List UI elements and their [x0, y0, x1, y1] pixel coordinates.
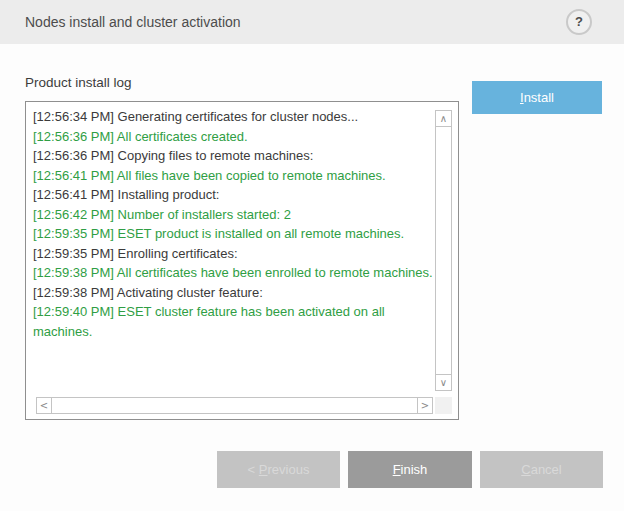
log-entry: [12:59:38 PM] All certificates have been… — [33, 263, 433, 283]
scroll-right-button[interactable]: > — [417, 397, 433, 414]
chevron-right-icon: > — [421, 400, 429, 411]
install-button[interactable]: Install — [472, 81, 602, 114]
chevron-down-icon: ∨ — [440, 377, 447, 388]
finish-button-rest: inish — [401, 462, 428, 477]
log-entry: [12:56:34 PM] Generating certificates fo… — [33, 107, 433, 127]
previous-button[interactable]: < Previous — [217, 451, 340, 488]
help-button[interactable]: ? — [566, 9, 592, 35]
scroll-up-button[interactable]: ∧ — [435, 110, 452, 127]
product-install-log-label: Product install log — [25, 75, 132, 90]
page-title: Nodes install and cluster activation — [25, 0, 241, 44]
cancel-button-rest: ancel — [531, 462, 562, 477]
previous-button-prefix: < — [248, 462, 259, 477]
product-install-log[interactable]: [12:56:34 PM] Generating certificates fo… — [25, 101, 459, 420]
dialog: Nodes install and cluster activation ? P… — [0, 0, 624, 511]
scroll-down-button[interactable]: ∨ — [435, 374, 452, 391]
chevron-left-icon: < — [40, 400, 48, 411]
log-entry: [12:56:41 PM] All files have been copied… — [33, 166, 433, 186]
horizontal-scrollbar-thumb[interactable] — [51, 397, 418, 414]
chevron-up-icon: ∧ — [440, 113, 447, 124]
log-entry: [12:56:36 PM] All certificates created. — [33, 127, 433, 147]
header: Nodes install and cluster activation ? — [0, 0, 624, 44]
question-mark-icon: ? — [575, 14, 583, 29]
vertical-scrollbar-thumb[interactable] — [435, 126, 452, 375]
log-entry: [12:59:35 PM] Enrolling certificates: — [33, 244, 433, 264]
vertical-scrollbar[interactable]: ∧ ∨ — [435, 110, 452, 391]
finish-button-mnemonic: F — [393, 462, 401, 477]
scrollbar-corner — [435, 397, 452, 414]
horizontal-scrollbar[interactable]: < > — [36, 397, 433, 414]
log-entry: [12:59:38 PM] Activating cluster feature… — [33, 283, 433, 303]
install-button-rest: nstall — [524, 90, 554, 105]
log-content: [12:56:34 PM] Generating certificates fo… — [33, 107, 433, 341]
cancel-button-mnemonic: C — [521, 462, 530, 477]
previous-button-rest: revious — [267, 462, 309, 477]
finish-button[interactable]: Finish — [348, 451, 472, 488]
log-entry: [12:56:41 PM] Installing product: — [33, 185, 433, 205]
log-entry: [12:59:40 PM] ESET cluster feature has b… — [33, 302, 433, 341]
cancel-button[interactable]: Cancel — [480, 451, 603, 488]
log-entry: [12:56:42 PM] Number of installers start… — [33, 205, 433, 225]
log-entry: [12:59:35 PM] ESET product is installed … — [33, 224, 433, 244]
scroll-left-button[interactable]: < — [36, 397, 52, 414]
log-entry: [12:56:36 PM] Copying files to remote ma… — [33, 146, 433, 166]
